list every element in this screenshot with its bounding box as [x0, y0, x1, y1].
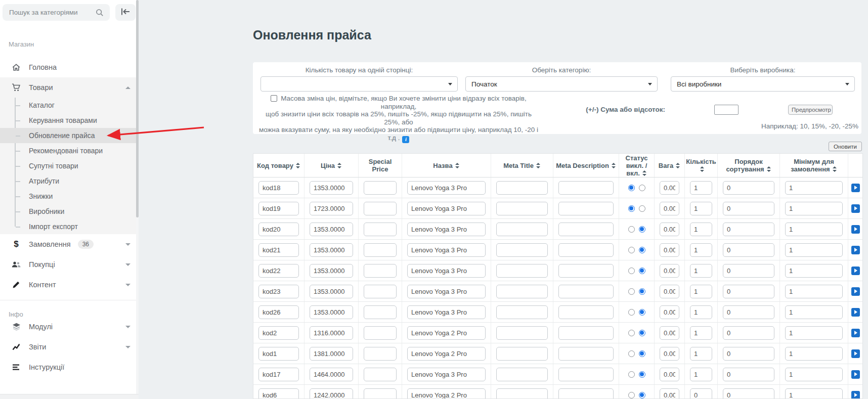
special-price-input[interactable]	[364, 368, 397, 381]
status-on-radio[interactable]	[639, 268, 645, 274]
sort-order-input[interactable]	[723, 285, 774, 298]
price-input[interactable]	[310, 388, 353, 399]
row-submit-button[interactable]	[851, 287, 860, 296]
quantity-input[interactable]	[690, 347, 712, 361]
status-on-radio[interactable]	[639, 350, 645, 357]
name-input[interactable]	[407, 347, 486, 361]
code-input[interactable]	[258, 202, 299, 215]
meta-description-input[interactable]	[558, 368, 614, 381]
category-select[interactable]: Початок	[465, 76, 658, 92]
status-on-radio[interactable]	[639, 392, 645, 398]
meta-description-input[interactable]	[558, 243, 614, 257]
sort-order-input[interactable]	[723, 223, 774, 236]
sidebar-item-modules[interactable]: Модулі	[0, 317, 139, 337]
special-price-input[interactable]	[364, 243, 397, 257]
name-input[interactable]	[407, 305, 486, 319]
meta-title-input[interactable]	[496, 223, 548, 236]
status-off-radio[interactable]	[628, 288, 635, 295]
status-on-radio[interactable]	[639, 247, 645, 253]
minimum-input[interactable]	[785, 305, 843, 319]
sidebar-item-instructions[interactable]: Інстурукції	[0, 357, 139, 377]
sort-order-input[interactable]	[723, 181, 774, 195]
sort-icon[interactable]	[536, 163, 541, 168]
sort-icon[interactable]	[676, 163, 680, 168]
status-on-radio[interactable]	[639, 205, 645, 212]
quantity-input[interactable]	[690, 285, 712, 298]
name-input[interactable]	[407, 243, 486, 257]
sidebar-item-content[interactable]: Контент	[0, 275, 139, 295]
row-submit-button[interactable]	[851, 391, 860, 399]
status-off-radio[interactable]	[628, 350, 635, 357]
sort-order-input[interactable]	[723, 264, 774, 278]
weight-input[interactable]	[660, 368, 679, 381]
row-submit-button[interactable]	[851, 246, 860, 254]
meta-title-input[interactable]	[496, 326, 548, 340]
status-off-radio[interactable]	[628, 309, 635, 316]
status-on-radio[interactable]	[639, 288, 645, 295]
sort-order-input[interactable]	[723, 347, 774, 361]
price-input[interactable]	[310, 264, 353, 278]
sidebar-subitem-related-products[interactable]: Супутні товари	[0, 158, 139, 173]
sidebar-item-home[interactable]: Головна	[0, 57, 139, 77]
status-off-radio[interactable]	[628, 185, 635, 191]
name-input[interactable]	[407, 388, 486, 399]
code-input[interactable]	[258, 243, 299, 257]
sort-icon[interactable]	[455, 163, 460, 168]
sidebar-subitem-attributes[interactable]: Атрибути	[0, 173, 139, 189]
name-input[interactable]	[407, 285, 486, 298]
row-submit-button[interactable]	[851, 370, 860, 379]
quantity-input[interactable]	[690, 388, 712, 399]
sidebar-subitem-manage-products[interactable]: Керування товарами	[0, 113, 139, 128]
price-input[interactable]	[310, 347, 353, 361]
special-price-input[interactable]	[364, 285, 397, 298]
meta-description-input[interactable]	[558, 305, 614, 319]
sidebar-item-products[interactable]: Товари	[0, 77, 139, 98]
price-input[interactable]	[310, 326, 353, 340]
minimum-input[interactable]	[785, 264, 843, 278]
special-price-input[interactable]	[364, 264, 397, 278]
status-on-radio[interactable]	[639, 330, 645, 336]
search-icon[interactable]	[96, 9, 104, 17]
code-input[interactable]	[258, 264, 299, 278]
price-input[interactable]	[310, 243, 353, 257]
status-off-radio[interactable]	[628, 226, 635, 233]
weight-input[interactable]	[660, 264, 679, 278]
sidebar-subitem-catalog[interactable]: Каталог	[0, 98, 139, 113]
weight-input[interactable]	[660, 326, 679, 340]
weight-input[interactable]	[660, 223, 679, 236]
sort-icon[interactable]	[767, 166, 771, 172]
minimum-input[interactable]	[785, 326, 843, 340]
sort-icon[interactable]	[833, 166, 837, 172]
quantity-input[interactable]	[690, 223, 712, 236]
sidebar-subitem-price-update[interactable]: Обновление прайса	[0, 128, 139, 143]
status-off-radio[interactable]	[628, 330, 635, 336]
sidebar-item-orders[interactable]: $Замовлення36	[0, 234, 139, 254]
special-price-input[interactable]	[364, 347, 397, 361]
price-input[interactable]	[310, 181, 353, 195]
minimum-input[interactable]	[785, 243, 843, 257]
sidebar-subitem-import-export[interactable]: Імпорт експорт	[0, 219, 139, 234]
meta-description-input[interactable]	[558, 181, 614, 195]
meta-title-input[interactable]	[496, 243, 548, 257]
sort-order-input[interactable]	[723, 305, 774, 319]
quantity-input[interactable]	[690, 326, 712, 340]
meta-description-input[interactable]	[558, 202, 614, 215]
sort-icon[interactable]	[296, 163, 300, 168]
meta-description-input[interactable]	[558, 223, 614, 236]
status-off-radio[interactable]	[628, 371, 635, 378]
minimum-input[interactable]	[785, 285, 843, 298]
row-submit-button[interactable]	[851, 329, 860, 337]
name-input[interactable]	[407, 181, 486, 195]
scrollbar-thumb[interactable]	[136, 0, 139, 217]
name-input[interactable]	[407, 368, 486, 381]
sidebar-item-reports[interactable]: Звіти	[0, 337, 139, 357]
update-button[interactable]: Оновити	[829, 142, 862, 151]
sort-icon[interactable]	[700, 166, 705, 172]
category-search-input[interactable]: Пошук за категоріями	[3, 4, 110, 21]
status-off-radio[interactable]	[628, 268, 635, 274]
sort-order-input[interactable]	[723, 388, 774, 399]
sort-order-input[interactable]	[723, 202, 774, 215]
minimum-input[interactable]	[785, 223, 843, 236]
amount-input[interactable]	[714, 105, 739, 115]
status-off-radio[interactable]	[628, 392, 635, 398]
